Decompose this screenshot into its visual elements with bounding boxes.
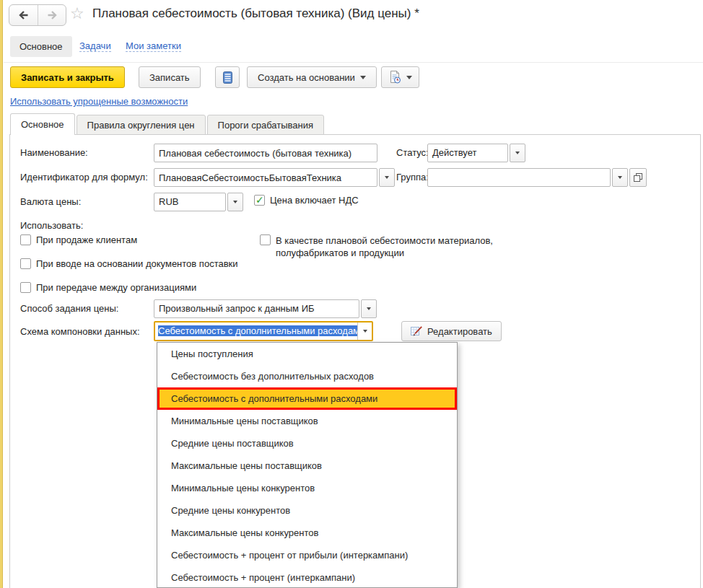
name-input[interactable] xyxy=(154,144,377,162)
currency-value[interactable]: RUB xyxy=(154,193,226,211)
dcs-label: Схема компоновки данных: xyxy=(20,326,140,337)
identifier-dropdown-button[interactable] xyxy=(379,168,395,187)
use-sales-label[interactable]: При продаже клиентам xyxy=(36,234,137,245)
overlapping-squares-icon xyxy=(634,173,642,182)
price-method-combobox: Произвольный запрос к данным ИБ xyxy=(154,299,377,318)
use-option-row: При продаже клиентам xyxy=(20,234,137,245)
dcs-edit-button[interactable]: Редактировать xyxy=(401,321,502,341)
caret-down-icon xyxy=(367,307,371,310)
group-label: Группа: xyxy=(396,172,429,183)
forward-button[interactable] xyxy=(38,5,66,25)
tab-thresholds[interactable]: Пороги срабатывания xyxy=(207,115,324,135)
history-reports-menu-button[interactable] xyxy=(381,66,419,88)
dropdown-item-highlighted[interactable]: Себестоимость с дополнительными расходам… xyxy=(157,387,457,410)
currency-combobox: RUB xyxy=(154,193,243,211)
use-interorg-checkbox[interactable] xyxy=(20,282,31,293)
group-choose-button[interactable] xyxy=(629,168,647,187)
dcs-value[interactable]: Себестоимость с дополнительными расходам… xyxy=(155,322,357,340)
simplified-mode-link[interactable]: Использовать упрощенные возможности xyxy=(10,96,188,107)
arrow-right-icon xyxy=(46,11,58,19)
status-label: Статус: xyxy=(396,147,429,158)
caret-down-icon xyxy=(618,176,622,179)
dropdown-item[interactable]: Средние цены конкурентов xyxy=(157,499,457,522)
section-nav-notes[interactable]: Мои заметки xyxy=(126,40,181,52)
dcs-combobox-focused: Себестоимость с дополнительными расходам… xyxy=(154,321,373,341)
use-section-label: Использовать: xyxy=(20,220,83,231)
caret-down-icon xyxy=(360,76,366,79)
dcs-dropdown-button[interactable] xyxy=(357,322,372,340)
currency-dropdown-button[interactable] xyxy=(227,193,243,211)
use-option-row: В качестве плановой себестоимости матери… xyxy=(260,234,518,259)
dropdown-item[interactable]: Минимальные цены поставщиков xyxy=(157,410,457,432)
page-title: Плановая себестоимость (бытовая техника)… xyxy=(92,6,419,21)
group-combobox xyxy=(427,168,647,187)
dcs-edit-label: Редактировать xyxy=(427,326,492,337)
create-based-on-button[interactable]: Создать на основании xyxy=(247,66,377,88)
section-nav-main[interactable]: Основное xyxy=(10,36,72,57)
status-dropdown-button[interactable] xyxy=(510,144,525,162)
caret-down-icon xyxy=(363,330,367,333)
status-value[interactable]: Действует xyxy=(427,144,508,162)
save-and-close-button[interactable]: Записать и закрыть xyxy=(10,66,125,88)
dropdown-item[interactable]: Себестоимость + процент от прибыли (инте… xyxy=(157,544,457,566)
identifier-combobox xyxy=(154,168,395,187)
arrow-left-icon xyxy=(18,11,30,19)
dropdown-item[interactable]: Цены поступления xyxy=(157,343,457,365)
use-sales-checkbox[interactable] xyxy=(20,234,31,245)
caret-down-icon xyxy=(233,201,237,203)
use-interorg-label[interactable]: При передаче между организациями xyxy=(36,282,196,293)
document-structure-button[interactable] xyxy=(215,66,240,88)
favorite-star-icon[interactable]: ☆ xyxy=(70,6,84,22)
document-clock-icon xyxy=(388,71,401,84)
caret-down-icon xyxy=(406,76,412,79)
status-combobox: Действует xyxy=(427,144,525,162)
price-method-dropdown-button[interactable] xyxy=(361,299,377,318)
tab-main[interactable]: Основное xyxy=(10,113,75,135)
dropdown-item[interactable]: Максимальные цены поставщиков xyxy=(157,455,457,477)
currency-label: Валюта цены: xyxy=(20,196,81,207)
save-button[interactable]: Записать xyxy=(139,66,201,88)
form-tab-bar: Основное Правила округления цен Пороги с… xyxy=(10,113,326,135)
header-divider xyxy=(4,62,703,63)
dropdown-item[interactable]: Себестоимость без дополнительных расходо… xyxy=(157,365,457,387)
group-input[interactable] xyxy=(427,168,611,187)
identifier-label: Идентификатор для формул: xyxy=(20,172,148,183)
use-option-row: При передаче между организациями xyxy=(20,282,196,293)
dropdown-item[interactable]: Минимальные цены конкурентов xyxy=(157,477,457,499)
group-dropdown-button[interactable] xyxy=(612,168,628,187)
vat-checkbox-row: Цена включает НДС xyxy=(254,195,359,206)
dropdown-item[interactable]: Максимальные цены конкурентов xyxy=(157,522,457,544)
identifier-input[interactable] xyxy=(154,168,377,187)
price-method-label: Способ задания цены: xyxy=(20,303,118,314)
window-left-strip xyxy=(0,0,3,588)
use-planned-cost-checkbox[interactable] xyxy=(260,234,271,245)
caret-down-icon xyxy=(515,152,520,154)
price-method-value[interactable]: Произвольный запрос к данным ИБ xyxy=(154,299,359,318)
dropdown-item[interactable]: Средние цены поставщиков xyxy=(157,432,457,455)
section-nav-tasks[interactable]: Задачи xyxy=(79,40,111,52)
use-supply-docs-checkbox[interactable] xyxy=(20,258,31,269)
dropdown-item[interactable]: Себестоимость + процент (интеркампани) xyxy=(157,566,457,588)
history-nav-group xyxy=(9,4,66,26)
price-type-form-window: ☆ Плановая себестоимость (бытовая техник… xyxy=(0,0,703,588)
use-option-row: При вводе на основании документов постав… xyxy=(20,258,238,269)
create-based-on-label: Создать на основании xyxy=(258,72,355,83)
use-planned-cost-label[interactable]: В качестве плановой себестоимости матери… xyxy=(276,234,518,259)
vat-checkbox[interactable] xyxy=(254,195,265,206)
table-pencil-icon xyxy=(411,325,422,337)
tab-rounding-rules[interactable]: Правила округления цен xyxy=(77,115,206,135)
name-label: Наименование: xyxy=(20,147,88,158)
back-button[interactable] xyxy=(9,5,38,25)
list-card-icon xyxy=(223,71,232,84)
vat-checkbox-label[interactable]: Цена включает НДС xyxy=(270,195,359,206)
dcs-dropdown-list: Цены поступления Себестоимость без допол… xyxy=(157,342,458,588)
use-supply-docs-label[interactable]: При вводе на основании документов постав… xyxy=(36,258,238,269)
caret-down-icon xyxy=(385,176,389,179)
